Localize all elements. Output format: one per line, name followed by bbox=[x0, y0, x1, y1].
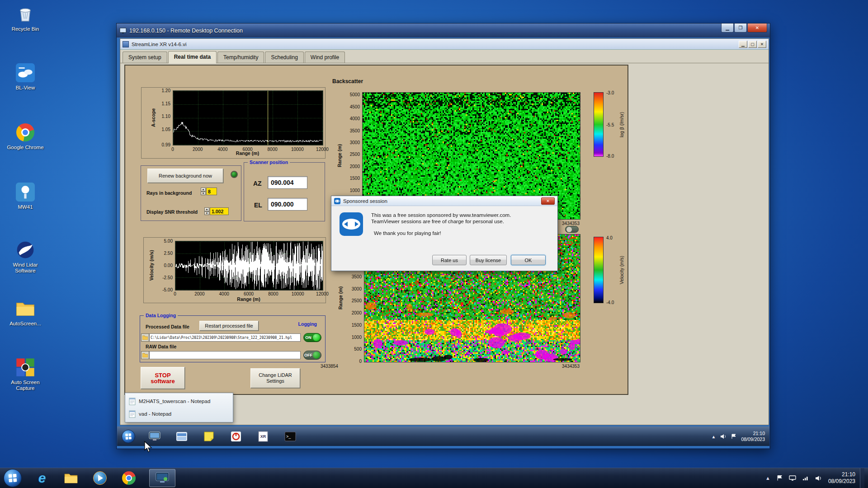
network-icon[interactable] bbox=[802, 475, 809, 481]
tick-label: 2000 bbox=[193, 147, 203, 152]
change-lidar-settings-button[interactable]: Change LiDAR Settings bbox=[250, 368, 300, 388]
renew-background-button[interactable]: Renew background now bbox=[147, 169, 223, 183]
data-logging-title: Data Logging bbox=[144, 313, 178, 318]
tab-wind-profile[interactable]: Wind profile bbox=[305, 52, 345, 63]
dialog-titlebar[interactable]: Sponsored session ✕ bbox=[331, 196, 557, 206]
tab-temp-humidity[interactable]: Temp/humidity bbox=[217, 52, 264, 63]
popup-item-vad[interactable]: vad - Notepad bbox=[125, 408, 233, 420]
desktop-icon-auto-screen-capture[interactable]: Auto Screen Capture bbox=[4, 357, 47, 391]
tick-label: 8000 bbox=[268, 291, 278, 296]
show-desktop-button[interactable] bbox=[860, 468, 864, 488]
snr-value[interactable]: 1.002 bbox=[210, 207, 229, 215]
host-clock[interactable]: 21:10 08/09/2023 bbox=[828, 471, 855, 485]
rdp-close-button[interactable]: ✕ bbox=[747, 23, 767, 33]
streamline-app-icon bbox=[123, 41, 129, 47]
tick-label: 1.20 bbox=[162, 88, 170, 93]
tab-real-time-data[interactable]: Real time data bbox=[168, 51, 217, 63]
display-icon[interactable] bbox=[789, 475, 796, 481]
buy-license-button[interactable]: Buy license bbox=[470, 255, 507, 265]
desktop: Recycle Bin BL-View Google Chrome MW41 W… bbox=[0, 0, 868, 488]
notes-icon[interactable] bbox=[201, 430, 217, 443]
tick-label: 1.10 bbox=[162, 114, 170, 119]
ascope-plot bbox=[173, 90, 323, 145]
desktop-icon-wind-lidar-software[interactable]: Wind Lidar Software bbox=[4, 239, 47, 274]
tick-label: 4000 bbox=[350, 116, 360, 121]
remote-show-hidden-icons[interactable]: ▲ bbox=[712, 434, 716, 439]
processed-path-browse-icon[interactable] bbox=[141, 333, 149, 342]
svg-text:XR: XR bbox=[260, 434, 266, 439]
app-maximize-button[interactable]: ▢ bbox=[748, 41, 757, 48]
show-hidden-icons-button[interactable]: ▲ bbox=[765, 475, 770, 481]
app-close-button[interactable]: ✕ bbox=[758, 41, 766, 48]
console-icon[interactable]: >_ bbox=[283, 430, 298, 443]
desktop-icon-label: MW41 bbox=[4, 204, 47, 210]
chrome-icon[interactable] bbox=[120, 469, 137, 487]
tick-label: 1.15 bbox=[162, 101, 170, 106]
streamline-titlebar[interactable]: StreamLine XR v14-6.vi ▁ ▢ ✕ bbox=[120, 39, 769, 50]
explorer-icon[interactable] bbox=[174, 430, 189, 443]
start-button[interactable] bbox=[4, 469, 22, 487]
raw-logging-toggle[interactable]: OFF bbox=[303, 351, 321, 360]
desktop-icon-recycle-bin[interactable]: Recycle Bin bbox=[4, 4, 47, 32]
el-value[interactable]: 090.000 bbox=[268, 198, 307, 211]
tick-label: 1.05 bbox=[162, 127, 170, 131]
tab-scheduling[interactable]: Scheduling bbox=[265, 52, 303, 63]
remote-volume-icon[interactable] bbox=[720, 434, 726, 439]
desktop-icon-mw41[interactable]: MW41 bbox=[4, 182, 47, 210]
recycle-bin-icon bbox=[15, 4, 36, 24]
media-player-icon[interactable] bbox=[91, 469, 108, 487]
notepad-icon bbox=[129, 398, 136, 405]
tick-label: 1500 bbox=[350, 176, 360, 181]
rays-value[interactable]: 8 bbox=[206, 188, 217, 195]
tick-label: -8.0 bbox=[606, 154, 614, 159]
rdp-restore-button[interactable]: ❐ bbox=[734, 23, 747, 33]
volume-icon[interactable] bbox=[815, 475, 822, 481]
tick-label: 4.0 bbox=[606, 235, 613, 240]
tick-label: 6000 bbox=[244, 291, 254, 296]
desktop-icon-bl-view[interactable]: BL-View bbox=[4, 62, 47, 91]
tick-label: 4000 bbox=[219, 291, 229, 296]
remote-clock[interactable]: 21:10 08/09/2023 bbox=[741, 431, 765, 442]
tick-label: 3500 bbox=[350, 128, 360, 133]
rdp-taskbar-item[interactable] bbox=[149, 469, 175, 487]
ok-button[interactable]: OK bbox=[511, 255, 546, 265]
tick-label: 2000 bbox=[352, 310, 362, 315]
dialog-close-button[interactable]: ✕ bbox=[541, 197, 555, 205]
raw-path-browse-icon[interactable] bbox=[141, 351, 149, 359]
sponsored-session-dialog: Sponsored session ✕ This was a free sess… bbox=[331, 196, 558, 271]
stop-software-button[interactable]: STOP software bbox=[141, 367, 185, 389]
raw-path-field[interactable] bbox=[149, 351, 301, 359]
action-center-flag-icon[interactable] bbox=[777, 475, 783, 481]
rate-us-button[interactable]: Rate us bbox=[432, 255, 467, 265]
tab-system-setup[interactable]: System setup bbox=[123, 52, 167, 63]
app-minimize-button[interactable]: ▁ bbox=[739, 41, 747, 48]
scanner-position-group: Scanner position AZ 090.004 EL 090.000 bbox=[244, 162, 325, 221]
restart-processed-file-button[interactable]: Restart processed file bbox=[199, 321, 259, 331]
az-value[interactable]: 090.004 bbox=[268, 176, 307, 189]
rays-in-background-label: Rays in background bbox=[146, 190, 192, 196]
remote-flag-icon[interactable] bbox=[731, 434, 736, 439]
power-icon[interactable] bbox=[228, 430, 244, 443]
tick-label: 2000 bbox=[350, 164, 360, 169]
windows-explorer-icon[interactable] bbox=[62, 469, 80, 487]
tick-label: 6000 bbox=[242, 147, 252, 152]
tick-label: 1000 bbox=[350, 188, 360, 192]
internet-explorer-icon[interactable]: e bbox=[33, 469, 51, 487]
desktop-icon-autoscreen-folder[interactable]: AutoScreen... bbox=[4, 298, 47, 327]
teamviewer-small-icon bbox=[334, 198, 340, 204]
processed-logging-toggle[interactable]: ON bbox=[303, 333, 321, 342]
popup-item-m2hats-towerscan[interactable]: M2HATS_towerscan - Notepad bbox=[125, 395, 233, 408]
computer-icon[interactable] bbox=[147, 430, 162, 443]
snr-stepper[interactable]: ▲▼ bbox=[204, 207, 209, 215]
rdp-minimize-button[interactable]: ▁ bbox=[721, 23, 734, 33]
desktop-icon-google-chrome[interactable]: Google Chrome bbox=[4, 122, 47, 150]
streamline-icon[interactable]: XR bbox=[255, 430, 271, 443]
remote-start-button[interactable] bbox=[122, 430, 135, 443]
rays-stepper[interactable]: ▲▼ bbox=[201, 188, 206, 195]
processed-path-field[interactable]: C:\Lidar\Data\Proc\2023\202309\20230908\… bbox=[149, 333, 301, 342]
dialog-text-line3: We thank you for playing fair! bbox=[374, 230, 441, 236]
heatmap-toggle[interactable] bbox=[565, 226, 579, 233]
rdp-titlebar[interactable]: 192.168.0.150 - Remote Desktop Connectio… bbox=[117, 23, 770, 38]
tick-label: 5.00 bbox=[164, 239, 173, 244]
desktop-icon-label: AutoScreen... bbox=[4, 321, 47, 327]
